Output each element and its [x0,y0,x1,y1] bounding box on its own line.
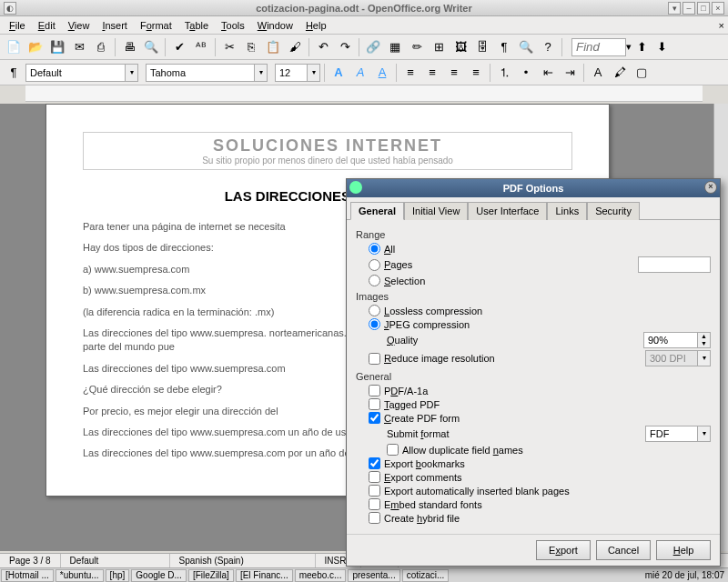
chevron-down-icon[interactable]: ▾ [126,64,138,82]
styles-icon[interactable]: ¶ [4,63,24,83]
find-prev-icon[interactable]: ⬆ [632,37,652,57]
redo-icon[interactable]: ↷ [335,37,355,57]
navigator-icon[interactable]: ⊞ [429,37,449,57]
hyperlink-icon[interactable]: 🔗 [363,37,383,57]
dialog-titlebar[interactable]: PDF Options × [347,179,720,197]
submit-format-select[interactable]: ▾ [645,426,711,442]
taskbar-item[interactable]: [FileZilla] [188,569,234,582]
window-maximize-icon[interactable]: □ [697,2,710,15]
underline-icon[interactable]: A [372,63,392,83]
clone-format-icon[interactable]: 🖌 [285,37,305,57]
tab-general[interactable]: General [350,202,404,220]
quality-spinner[interactable]: ▲▼ [643,332,711,348]
taskbar-item[interactable]: *ubuntu... [56,569,104,582]
tab-links[interactable]: Links [547,202,587,220]
radio-range-all[interactable]: All [369,243,395,255]
check-create-form[interactable]: Create PDF form [369,412,460,424]
status-language[interactable]: Spanish (Spain) [170,554,316,567]
preview-icon[interactable]: 🔍 [141,37,161,57]
italic-icon[interactable]: A [350,63,370,83]
nonprint-icon[interactable]: ¶ [494,37,514,57]
taskbar-item[interactable]: meebo.c... [295,569,347,582]
menu-table[interactable]: Table [179,18,214,33]
chevron-down-icon[interactable]: ▾ [308,64,320,82]
tab-initial-view[interactable]: Initial View [404,202,468,220]
window-restore-icon[interactable]: ▾ [668,2,681,15]
check-reduce-resolution[interactable]: Reduce image resolution [369,353,495,365]
check-export-bookmarks[interactable]: Export bookmarks [369,457,465,469]
help-icon[interactable]: ? [538,37,558,57]
indent-dec-icon[interactable]: ⇤ [538,63,558,83]
gallery-icon[interactable]: 🖼 [450,37,470,57]
menu-edit[interactable]: Edit [33,18,61,33]
font-size-select[interactable] [275,64,308,82]
check-export-blank-pages[interactable]: Export automatically inserted blank page… [369,485,570,497]
taskbar-item[interactable]: cotizaci... [402,569,450,582]
check-duplicate-names[interactable]: Allow duplicate field names [387,444,523,456]
bg-color-icon[interactable]: ▢ [632,63,652,83]
taskbar-item[interactable]: [hp] [106,569,130,582]
align-center-icon[interactable]: ≡ [422,63,442,83]
find-next-icon[interactable]: ⬇ [652,37,672,57]
bold-icon[interactable]: A [329,63,349,83]
cancel-button[interactable]: Cancel [596,540,651,560]
check-tagged-pdf[interactable]: Tagged PDF [369,398,440,410]
cut-icon[interactable]: ✂ [219,37,239,57]
font-name-select[interactable] [146,64,255,82]
menu-help[interactable]: Help [300,18,332,33]
table-icon[interactable]: ▦ [385,37,405,57]
undo-icon[interactable]: ↶ [313,37,333,57]
horizontal-ruler[interactable] [25,85,703,102]
pdf-export-icon[interactable]: ⎙ [91,37,111,57]
font-color-icon[interactable]: A [588,63,608,83]
radio-lossless[interactable]: Lossless compression [369,305,482,316]
pages-input[interactable] [638,256,711,273]
align-justify-icon[interactable]: ≡ [466,63,486,83]
taskbar-item[interactable]: [Hotmail ... [1,569,54,582]
list-bullet-icon[interactable]: • [516,63,536,83]
paragraph-style-select[interactable] [25,64,126,82]
menu-format[interactable]: Format [135,18,177,33]
highlight-icon[interactable]: 🖍 [610,63,630,83]
check-hybrid-file[interactable]: Create hybrid file [369,512,460,524]
check-pdfa[interactable]: PDF/A-1a [369,385,428,396]
check-export-comments[interactable]: Export comments [369,471,462,483]
align-right-icon[interactable]: ≡ [444,63,464,83]
menu-window[interactable]: Window [252,18,298,33]
check-embed-fonts[interactable]: Embed standard fonts [369,498,482,510]
zoom-icon[interactable]: 🔍 [516,37,536,57]
export-button[interactable]: Export [536,540,591,560]
menu-insert[interactable]: Insert [96,18,133,33]
taskbar-item[interactable]: presenta... [348,569,399,582]
chevron-down-icon[interactable]: ▾ [255,64,268,82]
save-icon[interactable]: 💾 [47,37,67,57]
menu-view[interactable]: View [63,18,96,33]
taskbar-item[interactable]: [El Financ... [236,569,293,582]
window-minimize-icon[interactable]: – [682,2,695,15]
menu-file[interactable]: File [4,18,31,33]
tab-user-interface[interactable]: User Interface [468,202,547,220]
new-doc-icon[interactable]: 📄 [4,37,24,57]
auto-spell-icon[interactable]: ᴬᴮ [191,37,211,57]
find-input[interactable] [571,38,626,56]
indent-inc-icon[interactable]: ⇥ [560,63,580,83]
print-icon[interactable]: 🖶 [119,37,139,57]
paste-icon[interactable]: 📋 [263,37,283,57]
dialog-close-icon[interactable]: × [704,181,717,194]
radio-range-pages[interactable]: Pages [369,259,412,271]
email-icon[interactable]: ✉ [69,37,89,57]
mdi-close-icon[interactable]: × [719,20,724,31]
radio-jpeg[interactable]: JPEG compression [369,318,470,330]
window-close-icon[interactable]: × [712,2,724,15]
help-button[interactable]: Help [656,540,711,560]
list-numbered-icon[interactable]: ⒈ [494,63,514,83]
menu-tools[interactable]: Tools [216,18,250,33]
taskbar-item[interactable]: Google D... [131,569,187,582]
open-icon[interactable]: 📂 [25,37,46,57]
draw-icon[interactable]: ✏ [407,37,427,57]
datasource-icon[interactable]: 🗄 [472,37,492,57]
align-left-icon[interactable]: ≡ [400,63,420,83]
tab-security[interactable]: Security [587,202,640,220]
radio-range-selection[interactable]: Selection [369,275,425,286]
copy-icon[interactable]: ⎘ [241,37,261,57]
